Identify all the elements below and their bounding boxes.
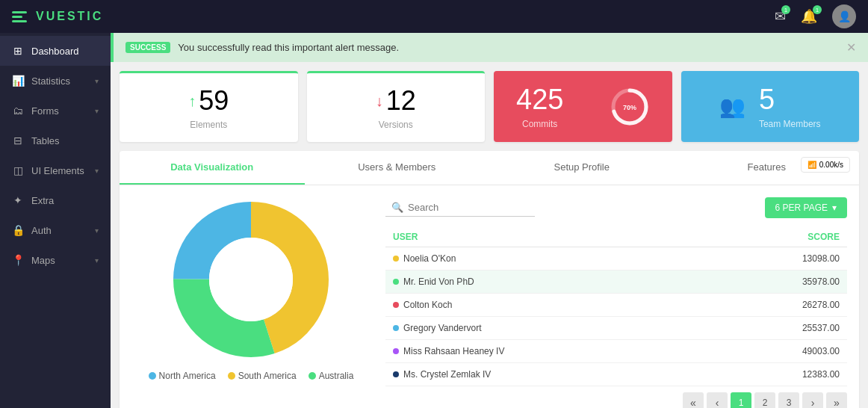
main-panel: Data Visualization Users & Members Setup… — [120, 151, 859, 408]
cell-score: 25537.00 — [712, 317, 847, 340]
table-row: Miss Rahsaan Heaney IV 49003.00 — [385, 340, 847, 363]
legend-dot — [309, 372, 316, 380]
ui-elements-icon: ◫ — [12, 164, 24, 176]
donut-chart — [169, 197, 333, 362]
page-button[interactable]: 3 — [778, 392, 799, 408]
stat-label-commits: Commits — [516, 119, 563, 129]
search-row: 🔍 6 PER PAGE ▾ — [385, 197, 847, 218]
tab-users-members[interactable]: Users & Members — [305, 151, 490, 185]
chevron-down-icon: ▾ — [832, 203, 837, 213]
user-dot — [393, 371, 399, 377]
table-row: Noelia O'Kon 13098.00 — [385, 247, 847, 271]
chart-area: North America South America Australia — [131, 197, 371, 408]
user-dot — [393, 325, 399, 331]
tab-data-visualization[interactable]: Data Visualization — [120, 151, 305, 185]
sidebar-item-statistics[interactable]: 📊 Statistics ▾ — [0, 66, 111, 96]
stat-value-versions: ↓ 12 — [376, 85, 416, 117]
page-button[interactable]: « — [683, 392, 704, 408]
stat-label-versions: Versions — [379, 120, 413, 130]
svg-text:70%: 70% — [622, 104, 636, 111]
arrow-down-icon: ↓ — [376, 93, 383, 110]
tables-icon: ⊟ — [12, 135, 24, 146]
stat-label-elements: Elements — [190, 120, 227, 130]
search-box: 🔍 — [385, 199, 535, 217]
legend-item-south-america: South America — [228, 371, 297, 381]
extra-icon: ✦ — [12, 194, 24, 206]
cell-user: Ms. Crystel Zemlak IV — [385, 363, 712, 386]
tabs: Data Visualization Users & Members Setup… — [120, 151, 859, 185]
cell-score: 13098.00 — [712, 247, 847, 271]
team-icon: 👥 — [719, 94, 745, 119]
data-area: 🔍 6 PER PAGE ▾ USER SCO — [385, 197, 847, 408]
stat-card-versions: ↓ 12 Versions — [307, 71, 486, 142]
svg-point-6 — [209, 238, 293, 321]
sidebar-item-forms[interactable]: 🗂 Forms ▾ — [0, 96, 111, 126]
sidebar-item-extra[interactable]: ✦ Extra — [0, 185, 111, 215]
per-page-button[interactable]: 6 PER PAGE ▾ — [765, 197, 847, 218]
alert-banner: SUCCESS You successfully read this impor… — [111, 33, 868, 62]
forms-icon: 🗂 — [12, 105, 24, 117]
commits-content: 425 Commits 70% — [509, 84, 657, 129]
tab-content: North America South America Australia — [120, 185, 859, 408]
logo-text: VUESTIC — [36, 10, 103, 23]
close-icon[interactable]: ✕ — [846, 40, 856, 55]
sidebar-item-label: Auth — [31, 225, 52, 236]
tab-setup-profile[interactable]: Setup Profile — [489, 151, 675, 185]
stat-label-team: Team Members — [759, 119, 821, 129]
col-user: USER — [385, 227, 712, 247]
dashboard-icon: ⊞ — [12, 45, 24, 57]
sidebar-item-dashboard[interactable]: ⊞ Dashboard — [0, 36, 111, 66]
menu-icon[interactable] — [12, 7, 30, 25]
bell-icon[interactable]: 🔔 1 — [801, 8, 817, 25]
mail-icon[interactable]: ✉ 1 — [775, 8, 786, 25]
statistics-icon: 📊 — [12, 75, 24, 87]
sidebar-item-label: Extra — [31, 195, 54, 206]
user-dot — [393, 279, 399, 285]
sidebar-item-ui-elements[interactable]: ◫ UI Elements ▾ — [0, 155, 111, 185]
page-button[interactable]: 1 — [731, 392, 751, 408]
sidebar-item-maps[interactable]: 📍 Maps ▾ — [0, 245, 111, 275]
topnav: VUESTIC ✉ 1 🔔 1 👤 — [0, 0, 868, 33]
page-button[interactable]: › — [802, 392, 823, 408]
cell-user: Gregory Vandervort — [385, 317, 712, 340]
chevron-icon: ▾ — [95, 226, 99, 235]
logo: VUESTIC — [12, 7, 103, 25]
stat-card-commits: 425 Commits 70% — [494, 71, 672, 142]
stat-value-team: 5 — [759, 84, 821, 116]
chevron-icon: ▾ — [95, 167, 99, 175]
avatar[interactable]: 👤 — [832, 4, 856, 28]
legend-dot — [149, 372, 156, 380]
sidebar-item-tables[interactable]: ⊟ Tables — [0, 126, 111, 155]
user-dot — [393, 302, 399, 308]
data-table: USER SCORE Noelia O'Kon 13098.00 Mr. Eni… — [385, 227, 847, 386]
stat-value-commits: 425 — [516, 84, 563, 116]
table-row: Gregory Vandervort 25537.00 — [385, 317, 847, 340]
sidebar-item-label: Dashboard — [31, 46, 79, 57]
maps-icon: 📍 — [12, 254, 24, 266]
auth-icon: 🔒 — [12, 224, 24, 236]
alert-message: You successfully read this important ale… — [178, 42, 399, 53]
chevron-icon: ▾ — [95, 77, 99, 85]
sidebar-item-label: UI Elements — [31, 165, 84, 176]
sidebar-item-label: Tables — [31, 135, 60, 146]
cell-user: Noelia O'Kon — [385, 247, 712, 271]
search-input[interactable] — [408, 202, 527, 213]
sidebar-item-label: Statistics — [31, 75, 70, 87]
arrow-up-icon: ↑ — [188, 93, 196, 110]
sidebar-item-label: Forms — [31, 105, 59, 117]
progress-circle: 70% — [610, 87, 650, 127]
page-button[interactable]: ‹ — [707, 392, 728, 408]
bell-badge: 1 — [813, 5, 822, 14]
chevron-icon: ▾ — [95, 107, 99, 115]
page-button[interactable]: 2 — [754, 392, 775, 408]
alert-badge: SUCCESS — [125, 42, 170, 53]
sidebar-item-auth[interactable]: 🔒 Auth ▾ — [0, 215, 111, 245]
legend-item-australia: Australia — [309, 371, 354, 381]
table-row: Ms. Crystel Zemlak IV 12383.00 — [385, 363, 847, 386]
col-score: SCORE — [712, 227, 847, 247]
page-button[interactable]: » — [826, 392, 847, 408]
table-row: Colton Koch 26278.00 — [385, 294, 847, 317]
stat-cards: ↑ 59 Elements ↓ 12 Versions 425 Commits — [111, 62, 868, 142]
topnav-icons: ✉ 1 🔔 1 👤 — [775, 4, 856, 28]
search-icon: 🔍 — [391, 202, 403, 213]
